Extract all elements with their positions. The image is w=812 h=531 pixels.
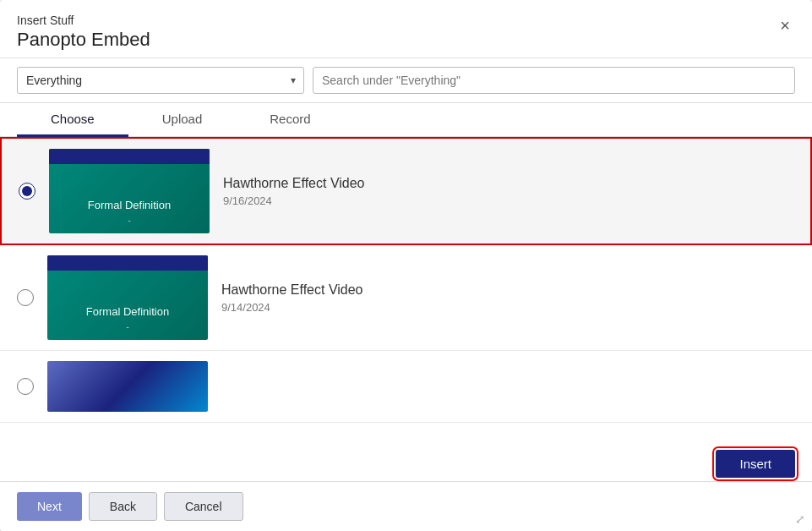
thumbnail-label-2: Formal Definition [86,305,169,318]
thumbnail-inner-2: Formal Definition - [47,255,208,340]
thumbnail-dash-1: - [128,215,131,225]
thumbnail-top-bar-1 [49,149,210,164]
video-title-2: Hawthorne Effect Video [221,282,363,298]
thumbnail-dash-2: - [126,321,129,331]
video-info-1: Hawthorne Effect Video 9/16/2024 [223,176,365,207]
insert-btn-wrapper: Insert [0,443,812,481]
modal-title: Insert Stuff [17,14,150,27]
thumbnail-inner-1: Formal Definition - [49,149,210,233]
video-radio-3[interactable] [17,378,34,395]
video-item-1[interactable]: Formal Definition - Hawthorne Effect Vid… [0,137,812,245]
modal-header: Insert Stuff Panopto Embed × [0,0,812,57]
tab-upload[interactable]: Upload [128,103,237,137]
dropdown-wrapper: Everything My Videos Shared with Me Cour… [17,67,304,94]
video-thumbnail-3 [47,361,208,412]
modal-subtitle: Panopto Embed [17,29,150,51]
tabs-row: Choose Upload Record [0,103,812,137]
tab-choose[interactable]: Choose [17,103,128,137]
video-thumbnail-2: Formal Definition - [47,255,208,340]
insert-button[interactable]: Insert [716,450,795,478]
tab-record[interactable]: Record [236,103,344,137]
video-title-1: Hawthorne Effect Video [223,176,365,191]
content-area: Formal Definition - Hawthorne Effect Vid… [0,137,812,443]
thumbnail-top-bar-2 [47,255,208,271]
cancel-button[interactable]: Cancel [164,492,243,521]
bottom-bar: Next Back Cancel [0,481,812,531]
thumbnail-label-1: Formal Definition [88,199,171,211]
resize-handle-icon: ⤢ [795,512,805,526]
video-radio-2[interactable] [17,289,34,306]
video-radio-1[interactable] [19,183,35,200]
search-input[interactable] [313,67,795,94]
thumbnail-inner-3 [47,361,208,412]
close-button[interactable]: × [775,14,795,37]
video-date-1: 9/16/2024 [223,194,365,207]
video-thumbnail-1: Formal Definition - [49,149,210,233]
bottom-left-buttons: Next Back Cancel [17,492,243,521]
video-date-2: 9/14/2024 [221,301,363,314]
video-item-3[interactable] [0,351,812,423]
video-info-2: Hawthorne Effect Video 9/14/2024 [221,282,363,314]
modal-title-group: Insert Stuff Panopto Embed [17,14,150,51]
insert-stuff-modal: Insert Stuff Panopto Embed × Everything … [0,0,812,531]
back-button[interactable]: Back [89,492,157,521]
toolbar-row: Everything My Videos Shared with Me Cour… [0,57,812,103]
video-item-2[interactable]: Formal Definition - Hawthorne Effect Vid… [0,245,812,351]
next-button[interactable]: Next [17,492,82,521]
category-dropdown[interactable]: Everything My Videos Shared with Me Cour… [17,67,304,94]
